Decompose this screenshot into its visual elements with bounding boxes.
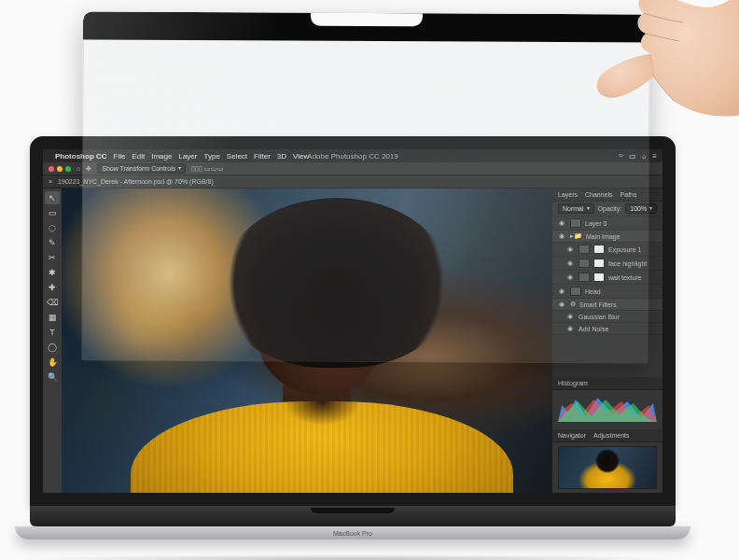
tool-heal[interactable]: ✱ (45, 266, 60, 279)
tool-clone[interactable]: ✚ (45, 281, 60, 294)
navigator-thumbnail[interactable] (558, 446, 657, 489)
laptop-label: MacBook Pro (333, 530, 372, 537)
tab-navigator[interactable]: Navigator (558, 432, 586, 439)
tool-lasso[interactable]: ◌ (45, 221, 60, 234)
window-controls[interactable] (49, 166, 71, 172)
tool-gradient[interactable]: ▦ (45, 311, 60, 324)
tool-marquee[interactable]: ▭ (45, 206, 60, 219)
tool-shape[interactable]: ◯ (45, 341, 60, 354)
menu-icon[interactable]: ≡ (652, 152, 657, 161)
tab-adjustments[interactable]: Adjustments (593, 432, 630, 439)
tool-move[interactable]: ↖ (45, 191, 60, 204)
tool-type[interactable]: T (45, 326, 60, 339)
shadow (17, 554, 689, 560)
histogram-chart (558, 394, 657, 422)
laptop-base: MacBook Pro (15, 526, 690, 539)
hand (504, 0, 739, 138)
tool-crop[interactable]: ✂ (45, 251, 60, 264)
close-icon[interactable] (49, 166, 54, 172)
tool-eraser[interactable]: ⌫ (45, 296, 60, 309)
minimize-icon[interactable] (57, 166, 63, 172)
laptop-hinge (30, 506, 676, 526)
navigator-tab: Navigator Adjustments (552, 429, 662, 442)
histogram-panel (552, 390, 662, 429)
home-icon[interactable]: ⌂ (77, 165, 80, 172)
zoom-icon[interactable] (65, 166, 71, 172)
glare (81, 11, 405, 363)
tool-hand[interactable]: ✋ (45, 356, 60, 369)
navigator-panel (552, 442, 662, 493)
tab-close-icon[interactable]: × (49, 178, 52, 185)
tool-palette: ↖ ▭ ◌ ✎ ✂ ✱ ✚ ⌫ ▦ T ◯ ✋ 🔍 (43, 189, 62, 493)
tab-histogram[interactable]: Histogram (558, 380, 588, 386)
tool-zoom[interactable]: 🔍 (45, 371, 60, 384)
chevron-down-icon: ▾ (649, 203, 652, 214)
tool-brush[interactable]: ✎ (45, 236, 60, 249)
histogram-tab: Histogram (552, 377, 662, 390)
